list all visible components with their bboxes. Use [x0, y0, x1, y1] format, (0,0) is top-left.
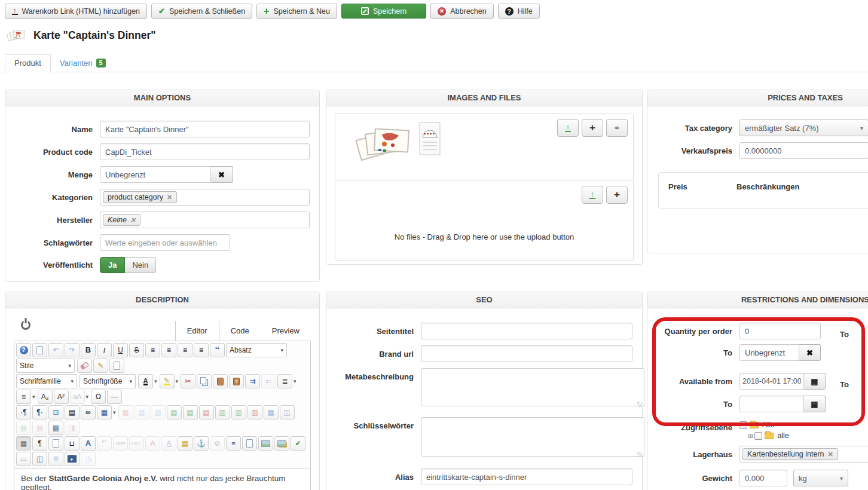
align-justify-icon[interactable]: ≡ — [145, 343, 160, 357]
highlight-color-caret-icon[interactable]: ▾ — [176, 378, 179, 384]
cancel-button[interactable]: ✕ Abbrechen — [430, 4, 493, 19]
layer-icon[interactable]: ▭ — [16, 452, 31, 466]
row-properties-icon[interactable]: ▤ — [135, 405, 149, 419]
help-icon[interactable]: ? — [16, 343, 31, 357]
copy-icon[interactable] — [197, 374, 212, 388]
font-family-select[interactable]: Schriftfamilie▾ — [16, 374, 77, 388]
quantity-input[interactable] — [100, 166, 210, 183]
save-button[interactable]: Speichern — [341, 4, 426, 19]
tree-expand-icon[interactable]: ⊞ — [748, 433, 753, 439]
category-tag[interactable]: product category — [103, 191, 177, 203]
new-document-icon[interactable] — [32, 343, 47, 357]
keywords-textarea[interactable] — [421, 417, 644, 457]
tab-produkt[interactable]: Produkt — [5, 54, 51, 72]
remove-warehouse-icon[interactable] — [828, 451, 833, 458]
blockquote-icon[interactable]: “ — [210, 343, 225, 357]
access-level-all-row[interactable]: Alle — [739, 421, 789, 429]
clear-quantity-to-button[interactable]: ✖ — [799, 344, 821, 361]
remove-category-icon[interactable] — [167, 194, 172, 201]
meta-description-textarea[interactable] — [421, 368, 644, 406]
published-no-button[interactable]: Nein — [125, 257, 156, 273]
insertion-icon[interactable]: A — [161, 436, 176, 451]
highlight-color-icon[interactable]: ✎ — [160, 374, 175, 388]
text-color-icon[interactable]: A — [138, 374, 153, 388]
insert-row-below-icon[interactable]: ▤ — [183, 405, 198, 419]
image-icon[interactable] — [258, 436, 273, 451]
quotation-icon[interactable]: “” — [97, 436, 112, 451]
published-yes-button[interactable]: Ja — [100, 257, 125, 273]
div-container-icon[interactable]: ≣ — [48, 452, 63, 466]
ltr-paragraph-icon[interactable]: ·¶ — [16, 405, 31, 419]
brand-url-input[interactable] — [421, 345, 632, 362]
outdent-icon[interactable]: ⇇ — [261, 374, 276, 388]
available-from-input[interactable] — [739, 373, 804, 390]
upload-image-button[interactable]: ↑ — [557, 119, 579, 137]
styles-select[interactable]: Stile▾ — [16, 359, 75, 373]
quantity-per-order-input[interactable] — [739, 323, 821, 339]
quantity-to-input[interactable] — [739, 344, 799, 361]
help-button[interactable]: ? Hilfe — [498, 4, 540, 19]
unlink-icon[interactable]: ⊘ — [210, 436, 225, 451]
resize-grip-icon[interactable] — [637, 402, 643, 407]
show-paragraph-marks-icon[interactable]: ¶ — [32, 436, 47, 451]
access-level-child-row[interactable]: ⊞ alle — [748, 431, 789, 440]
acronym-icon[interactable]: A.B.C. — [129, 436, 144, 451]
ordered-list-caret-icon[interactable]: ▾ — [294, 378, 297, 384]
media-icon[interactable] — [65, 452, 80, 466]
subscript-icon[interactable]: A₂ — [38, 390, 53, 404]
available-from-calendar-button[interactable]: ▦ — [804, 373, 826, 390]
code-tab[interactable]: Code — [219, 321, 261, 341]
underline-icon[interactable]: U — [113, 343, 128, 357]
new-page-icon[interactable] — [109, 359, 124, 373]
text-color-caret-icon[interactable]: ▾ — [154, 378, 157, 384]
manufacturer-input[interactable]: Keine — [100, 212, 310, 228]
available-to-calendar-button[interactable]: ▦ — [804, 396, 826, 412]
seating-plan-thumbnail[interactable] — [419, 122, 441, 155]
save-new-button[interactable]: + Speichern & Neu — [256, 4, 337, 19]
horizontal-rule-icon[interactable]: — — [107, 390, 122, 404]
ordered-list-icon[interactable]: ≣ — [277, 374, 292, 388]
eraser-icon[interactable] — [77, 359, 92, 373]
clear-quantity-button[interactable]: ✖ — [210, 166, 233, 183]
paste-as-text-icon[interactable] — [229, 374, 244, 388]
delete-table-icon[interactable]: ▦ — [118, 405, 133, 419]
split-cells-icon[interactable]: ◫ — [280, 405, 295, 419]
table-properties-icon[interactable]: ▩ — [48, 421, 63, 435]
insert-cell-icon[interactable]: ▦ — [16, 421, 31, 435]
abc-blocks-icon[interactable]: ◨ — [65, 421, 80, 435]
change-case-caret-icon[interactable]: ▾ — [86, 394, 89, 400]
tab-varianten[interactable]: Varianten 5 — [51, 55, 115, 72]
insert-row-above-icon[interactable]: ▤ — [167, 405, 182, 419]
delete-column-icon[interactable]: ▥ — [247, 405, 262, 419]
tags-input[interactable] — [100, 234, 230, 251]
available-to-input[interactable] — [739, 396, 804, 412]
warehouse-input[interactable]: Kartenbestellung intern — [739, 446, 868, 463]
delete-row-icon[interactable]: ▤ — [199, 405, 214, 419]
weight-unit-select[interactable]: kg — [793, 470, 848, 486]
add-file-button[interactable]: + — [606, 186, 628, 204]
rtl-paragraph-icon[interactable]: ¶· — [32, 405, 47, 419]
name-input[interactable] — [100, 121, 310, 137]
unordered-list-caret-icon[interactable]: ▾ — [32, 394, 35, 400]
align-right-icon[interactable]: ≡ — [194, 343, 209, 357]
cut-icon[interactable]: ✂ — [181, 374, 195, 388]
superscript-icon[interactable]: A² — [54, 390, 69, 404]
unordered-list-icon[interactable]: ≡ — [16, 390, 31, 404]
find-replace-icon[interactable]: ∞ — [81, 405, 96, 419]
align-center-icon[interactable]: ≡ — [161, 343, 176, 357]
insert-column-left-icon[interactable]: ▥ — [215, 405, 230, 419]
add-cart-link-button[interactable]: ↑ Warenkorb Link (HTML) hinzufügen — [5, 4, 147, 19]
alias-input[interactable] — [421, 468, 632, 485]
merge-cells-icon[interactable]: ▦ — [264, 405, 279, 419]
abbreviation-icon[interactable]: ABBR — [113, 436, 128, 451]
toggle-editor-icon[interactable] — [21, 320, 30, 330]
special-character-icon[interactable]: Ω — [91, 390, 106, 404]
link-image-button[interactable]: ⚭ — [606, 119, 628, 137]
editor-tab[interactable]: Editor — [175, 321, 219, 341]
indent-icon[interactable]: ⇉ — [245, 374, 260, 388]
citation-link-icon[interactable] — [242, 436, 257, 451]
clean-up-icon[interactable]: ✎ — [93, 359, 108, 373]
font-dialog-icon[interactable]: A — [81, 436, 96, 451]
insert-column-right-icon[interactable]: ▥ — [231, 405, 246, 419]
iframe-icon[interactable]: ◫ — [32, 452, 47, 466]
